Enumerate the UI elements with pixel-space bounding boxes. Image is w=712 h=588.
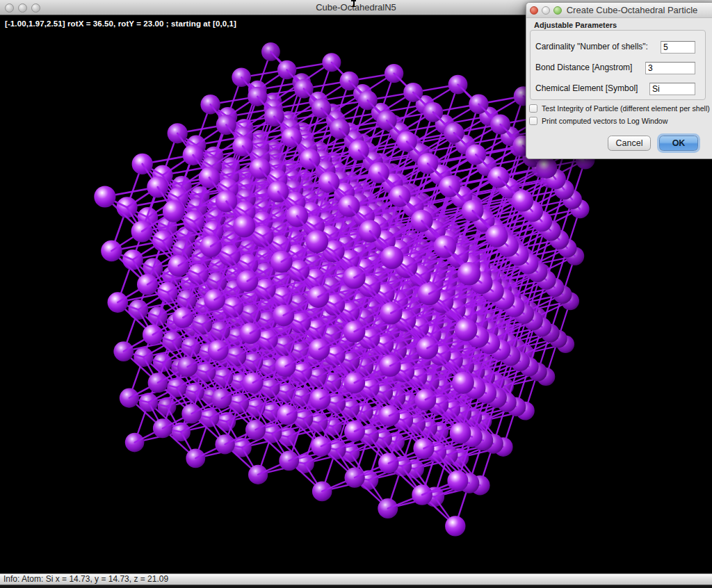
hud-overlay-text: [-1.00,1.97,2.51] rotX = 36.50, rotY = 2… [5,19,236,28]
cardinality-field-label: Cardinality "Number of shells": [535,42,648,54]
element-symbol-input[interactable] [649,83,695,95]
ok-button[interactable]: OK [659,136,698,151]
dialog-title: Create Cube-Octahedral Particle [526,3,712,18]
cardinality-input[interactable] [661,41,695,54]
dialog-titlebar[interactable]: Create Cube-Octahedral Particle [526,3,712,18]
status-bar: Info: Atom: Si x = 14.73, y = 14.73, z =… [0,573,712,585]
cancel-button[interactable]: Cancel [608,136,651,151]
test-integrity-checkbox[interactable] [529,104,537,113]
print-vectors-checkbox[interactable] [529,117,537,125]
ibeam-cursor-icon [350,0,357,7]
test-integrity-checkbox-label: Test Integrity of Particle (different el… [542,104,710,113]
bottom-strip [0,585,712,588]
adjustable-parameters-label: Adjustable Parameters [534,21,617,29]
bond-distance-field-label: Bond Distance [Angstrom] [535,63,632,75]
print-vectors-checkbox-label: Print computed vectors to Log Window [542,117,668,125]
element-symbol-field-label: Chemical Element [Symbol] [535,83,638,96]
create-particle-dialog: Create Cube-Octahedral Particle Adjustab… [526,2,712,159]
status-text: Info: Atom: Si x = 14.73, y = 14.73, z =… [3,574,168,585]
bond-distance-input[interactable] [645,62,695,74]
